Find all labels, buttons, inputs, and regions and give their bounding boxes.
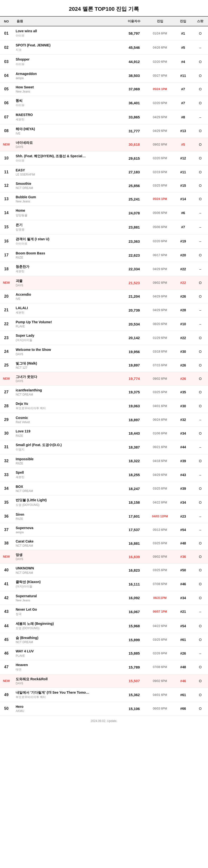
col-song: 음원 [13,17,122,26]
table-row: 46WAY 4 LUVPLAVE15,88502/26 6PM#26– [0,647,208,660]
row-rank: #7 [174,96,192,110]
row-spot: O [192,124,208,138]
row-song: ImpossibleRIIZE [13,454,122,468]
row-date: 09/02 6PM [146,674,174,688]
song-artist: 양양동물 [16,213,121,218]
row-spot: O [192,192,208,206]
row-song: 빛그대 (Walk)NCT 127 [13,359,122,372]
table-row: 18청춘찬가세븐틴22,33404/29 6PM#22– [0,262,208,276]
song-title: 내일에서 '기다릴게' (I'll See You There Tomo… [16,690,121,695]
row-number: 49 [0,688,13,702]
table-row: 42SupernaturalNew Jeans16,09206/211PM#34… [0,591,208,604]
row-song: Heaven태연 [13,660,122,674]
song-title: SPOTI (Feat. JENNIE) [16,43,121,48]
row-date: 06/211PM [146,591,174,604]
row-date: 02/20 6PM [146,151,174,165]
row-date: 08/20 6PM [146,317,174,331]
row-song: 그녀가 웃었다DAY6 [13,372,122,385]
row-spot: – [192,523,208,536]
row-rank: #26 [174,289,192,303]
row-rank: #22 [174,276,192,289]
row-rank: #28 [174,303,192,317]
row-number: 25 [0,359,13,372]
song-title: Small girl (Feat. 도경수(D.O.) [16,443,121,447]
song-artist: 도영 (DOYOUNG) [16,503,121,507]
row-count: 18,255 [122,468,146,482]
table-row: 45숨 (Breathing)NCT DREAM15,89903/25 6PM#… [0,633,208,647]
row-count: 24,078 [122,206,146,220]
row-rank: #23 [174,509,192,523]
song-artist: New Jeans [16,90,121,93]
row-rank: #61 [174,633,192,647]
row-date: 02/26 6PM [146,647,174,660]
song-artist: New Jeans [16,200,121,203]
row-number: 06 [0,96,13,110]
row-count: 15,507 [122,674,146,688]
song-title: 빛그대 (Walk) [16,361,121,366]
song-artist: 지코 [16,48,121,52]
row-date: 04/26 6PM [146,40,174,55]
row-count: 18,443 [122,427,146,440]
row-date: 04/29 6PM [146,468,174,482]
row-count: 17,601 [122,509,146,523]
table-row: 15온기임영웅23,88105/06 6PM#7– [0,220,208,234]
row-date: 04/01 6PM [146,688,174,702]
row-song: 녀이네라요DAY6 [13,138,122,151]
row-number: NEW [0,550,13,563]
row-rank: #34 [174,495,192,509]
row-rank: #14 [174,192,192,206]
song-title: Shh. (Feat. 헤인(HYEIN), 조원선 & Special… [16,154,121,158]
row-song: SPOTI (Feat. JENNIE)지코 [13,40,122,55]
row-song: Pump Up The Volume!PLAVE [13,317,122,331]
row-song: LALALI세븐틴 [13,303,122,317]
table-row: 38Carat CakeNCT DREAM16,88103/25 6PM#48O [0,536,208,550]
song-title: Deja Vu [16,401,121,406]
table-row: 37Supernovaaespa17,53705/13 6PM#54– [0,523,208,536]
row-count: 58,797 [122,26,146,40]
row-rank: #26 [174,359,192,372]
row-rank: #46 [174,674,192,688]
row-rank: #20 [174,249,192,262]
row-spot: – [192,303,208,317]
song-artist: aespa [16,76,121,80]
row-count: 18,247 [122,482,146,495]
row-spot: O [192,495,208,509]
row-number: NEW [0,372,13,385]
song-title: Never Let Go [16,607,121,612]
table-row: 14Home양양동물24,07805/06 6PM#6– [0,206,208,220]
row-spot: O [192,26,208,40]
song-artist: 부오로무바이아투 벡터 [16,406,121,410]
table-row: 33Spell세븐틴18,25504/29 6PM#43– [0,468,208,482]
row-rank: #4 [174,55,192,69]
row-song: Deja Vu부오로무바이아투 벡터 [13,399,122,413]
song-title: Pump Up The Volume! [16,320,121,324]
row-count: 25,856 [122,179,146,192]
row-date: 03/25 6PM [146,385,174,399]
row-song: Boom Boom BassRIIZE [13,249,122,262]
song-artist: Red Velvet [16,421,121,424]
col-no: NO [0,17,13,26]
row-rank: #35 [174,385,192,399]
table-row: 12SmoothieNCT DREAM25,85603/25 6PM#15O [0,179,208,192]
row-rank: #30 [174,345,192,359]
row-count: 18,897 [122,413,146,427]
song-artist: RIIZE [16,256,121,259]
row-count: 18,158 [122,495,146,509]
song-artist: PLAVE [16,325,121,328]
song-artist: DAY6 [16,682,121,685]
song-artist: aespa [16,531,121,534]
row-number: 27 [0,385,13,399]
row-date: 03/18 6PM [146,345,174,359]
song-artist: DAY6 [16,379,121,383]
row-song: MAESTRO세븐틴 [13,110,122,124]
row-spot: O [192,674,208,688]
row-count: 15,885 [122,647,146,660]
row-count: 37,069 [122,82,146,96]
row-date: 04/18 6PM [146,454,174,468]
row-number: 16 [0,234,13,248]
song-artist: RIIZE [16,434,121,438]
table-row: 11EASYLE SSERAFIM27,18302/19 6PM#11O [0,165,208,179]
row-number: 38 [0,536,13,550]
row-number: 13 [0,192,13,206]
row-number: 24 [0,345,13,359]
